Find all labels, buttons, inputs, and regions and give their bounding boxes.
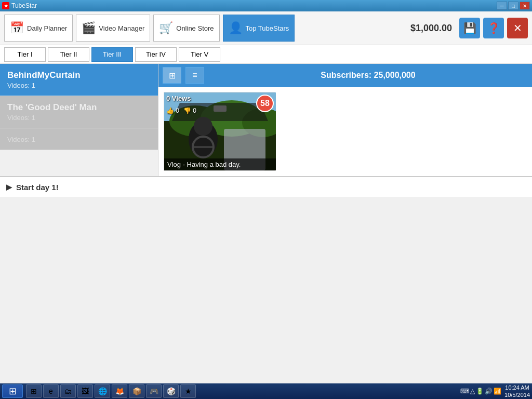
help-button[interactable]: ❓ (483, 18, 504, 38)
channel-item-2[interactable]: Videos: 1 (0, 128, 158, 150)
window-title: TubeStar (11, 2, 37, 9)
taskbar-app-explorer[interactable]: 🗂 (60, 384, 76, 398)
tier-tab-3[interactable]: Tier IV (135, 47, 177, 62)
right-content: ⊞ ≡ Subscribers: 25,000,000 (158, 64, 532, 176)
svg-rect-10 (214, 105, 227, 112)
video-title-0: Vlog - Having a bad day. (164, 158, 276, 170)
content-area: BehindMyCurtain Videos: 1 The 'Good Deed… (0, 64, 532, 176)
toolbar: 📅Daily Planner🎬Video Manager🛒Online Stor… (0, 11, 532, 45)
tier-tab-4[interactable]: Tier V (179, 47, 220, 62)
taskbar-tray: ⌨ △ 🔋 🔊 📶 (460, 388, 501, 395)
nav-btn-video-manager[interactable]: 🎬Video Manager (76, 15, 150, 42)
channel-videos-0: Videos: 1 (7, 82, 151, 89)
minimize-button[interactable]: ─ (497, 2, 507, 10)
nav-label-video-manager: Video Manager (99, 24, 144, 32)
toolbar-right: $1,000.00 💾 ❓ ✕ (410, 18, 528, 38)
start-day-label: Start day 1! (16, 183, 59, 192)
taskbar-right: ⌨ △ 🔋 🔊 📶 10:24 AM 10/5/2014 (460, 384, 530, 399)
channel-item-0[interactable]: BehindMyCurtain Videos: 1 (0, 64, 158, 96)
video-views-0: 0 Views (166, 95, 191, 102)
network-icon: 📶 (494, 388, 501, 395)
video-card-0[interactable]: 0 Views 👍 0 👎 0 58 Vlog - Having a bad d… (164, 92, 275, 171)
channel-item-1[interactable]: The 'Good Deed' Man Videos: 1 (0, 96, 158, 128)
title-bar: ★ TubeStar ─ □ ✕ (0, 0, 532, 11)
nav-btn-daily-planner[interactable]: 📅Daily Planner (4, 15, 73, 42)
clock-time: 10:24 AM (504, 384, 530, 391)
taskbar-apps: ⊞e🗂🖼🌐🦊📦🎮🎲★ (26, 384, 460, 398)
nav-label-daily-planner: Daily Planner (27, 24, 67, 32)
tier-tabs: Tier ITier IITier IIITier IVTier V (0, 45, 532, 64)
tier-tab-2[interactable]: Tier III (91, 47, 133, 62)
sub-toolbar: ⊞ ≡ Subscribers: 25,000,000 (158, 64, 532, 87)
channel-name-1: The 'Good Deed' Man (7, 102, 151, 113)
taskbar-app-photos[interactable]: 🖼 (77, 384, 93, 398)
tier-tab-0[interactable]: Tier I (4, 47, 46, 62)
save-button[interactable]: 💾 (459, 18, 480, 38)
money-display: $1,000.00 (410, 23, 452, 34)
volume-icon: 🔊 (485, 388, 493, 395)
video-thumbnail-0: 0 Views 👍 0 👎 0 58 Vlog - Having a bad d… (164, 92, 276, 170)
app-icon: ★ (2, 2, 9, 9)
toolbar-nav: 📅Daily Planner🎬Video Manager🛒Online Stor… (4, 15, 295, 42)
clock-date: 10/5/2014 (504, 391, 530, 398)
taskbar: ⊞ ⊞e🗂🖼🌐🦊📦🎮🎲★ ⌨ △ 🔋 🔊 📶 10:24 AM 10/5/201… (0, 383, 532, 399)
bottom-bar[interactable]: ▶ Start day 1! (0, 176, 532, 197)
title-bar-controls: ─ □ ✕ (497, 2, 530, 10)
video-quality-badge-0: 58 (256, 95, 274, 112)
channel-videos-2: Videos: 1 (7, 136, 151, 143)
nav-icon-video-manager: 🎬 (82, 22, 96, 34)
nav-icon-online-store: 🛒 (159, 22, 173, 34)
taskbar-app-game[interactable]: 🎮 (146, 384, 162, 398)
nav-btn-online-store[interactable]: 🛒Online Store (153, 15, 219, 42)
taskbar-app-chrome[interactable]: 🌐 (95, 384, 110, 398)
taskbar-app-tubestar[interactable]: ★ (180, 384, 196, 398)
like-icon: 👍 0 (166, 107, 179, 114)
subscribers-label: Subscribers: 25,000,000 (321, 71, 415, 80)
taskbar-app-ie[interactable]: e (43, 384, 59, 398)
start-day-icon: ▶ (6, 183, 12, 191)
nav-label-top-tubestars: Top TubeStars (246, 24, 289, 32)
maximize-button[interactable]: □ (508, 2, 518, 10)
taskbar-start-button[interactable]: ⊞ (2, 384, 23, 398)
title-bar-left: ★ TubeStar (2, 2, 37, 9)
channel-name-0: BehindMyCurtain (7, 70, 151, 81)
videos-area: 0 Views 👍 0 👎 0 58 Vlog - Having a bad d… (158, 87, 532, 176)
taskbar-app-firefox[interactable]: 🦊 (112, 384, 127, 398)
taskbar-app-start[interactable]: ⊞ (26, 384, 42, 398)
tier-tab-1[interactable]: Tier II (48, 47, 89, 62)
arrow-icon: △ (470, 388, 475, 395)
video-rating-0: 👍 0 👎 0 (166, 107, 196, 114)
exit-button[interactable]: ✕ (507, 18, 528, 38)
svg-point-6 (194, 117, 212, 136)
channel-videos-1: Videos: 1 (7, 114, 151, 122)
app-icon-text: ★ (4, 4, 8, 8)
nav-icon-top-tubestars: 👤 (229, 22, 243, 34)
channels-sidebar: BehindMyCurtain Videos: 1 The 'Good Deed… (0, 64, 158, 176)
nav-icon-daily-planner: 📅 (10, 22, 24, 34)
close-button[interactable]: ✕ (520, 2, 530, 10)
nav-btn-top-tubestars[interactable]: 👤Top TubeStars (223, 15, 295, 42)
battery-icon: 🔋 (476, 388, 484, 395)
nav-label-online-store: Online Store (176, 24, 214, 32)
list-view-button[interactable]: ≡ (185, 67, 204, 84)
taskbar-app-minecraft[interactable]: 🎲 (163, 384, 179, 398)
taskbar-clock: 10:24 AM 10/5/2014 (504, 384, 530, 399)
grid-view-button[interactable]: ⊞ (163, 67, 181, 84)
dislike-icon: 👎 0 (183, 107, 196, 114)
keyboard-icon: ⌨ (460, 388, 469, 395)
taskbar-app-store[interactable]: 📦 (129, 384, 144, 398)
